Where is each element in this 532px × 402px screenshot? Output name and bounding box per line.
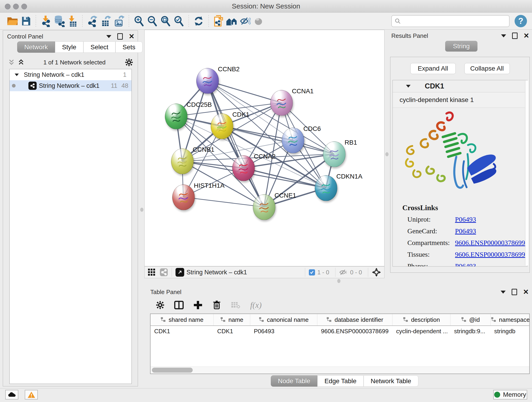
crosslink-link[interactable]: P06493 <box>455 227 476 235</box>
cell-canonical-name[interactable]: P06493 <box>250 328 317 335</box>
close-panel-icon[interactable]: ✕ <box>129 33 134 40</box>
import-network-from-database-button[interactable] <box>52 14 66 28</box>
show-all-networks-button[interactable] <box>225 14 239 28</box>
tab-select[interactable]: Select <box>83 41 115 53</box>
node-CDK1[interactable] <box>211 114 233 139</box>
search-input[interactable] <box>401 17 498 25</box>
float-panel-icon[interactable] <box>117 33 123 40</box>
cell--id[interactable]: stringdb:9... <box>450 328 491 335</box>
add-column-icon[interactable] <box>193 300 203 310</box>
column-header-shared-name[interactable]: shared name <box>151 314 214 325</box>
open-session-button[interactable] <box>6 14 19 28</box>
gear-icon[interactable] <box>125 58 133 66</box>
search-field[interactable] <box>391 15 510 27</box>
node-CCNE1[interactable] <box>253 194 275 220</box>
collapse-all-button[interactable]: Collapse All <box>464 63 510 74</box>
delete-column-trash-icon[interactable] <box>212 300 221 310</box>
panel-menu-icon[interactable] <box>500 291 506 294</box>
export-table-button[interactable] <box>99 14 112 28</box>
cell-shared-name[interactable]: CDK1 <box>151 328 214 335</box>
node-CCNB1[interactable] <box>171 148 194 174</box>
cloud-status-button[interactable] <box>5 390 18 400</box>
zoom-in-button[interactable] <box>132 14 146 28</box>
refresh-view-button[interactable] <box>192 14 205 28</box>
column-header-namespace[interactable]: namespace <box>491 314 530 325</box>
edge-CCNE1-HIST1H1A[interactable] <box>183 197 264 207</box>
column-header-name[interactable]: name <box>214 314 250 325</box>
expand-up-icon[interactable] <box>18 59 24 66</box>
results-scrollbar[interactable] <box>525 80 528 266</box>
crosslink-link[interactable]: 9606.ENSP00000378699 <box>455 250 525 258</box>
fit-content-button[interactable] <box>159 14 172 28</box>
column-header-description[interactable]: description <box>393 314 450 325</box>
network-canvas[interactable]: CCNB2CCNA1CDC25BCDK1CDC6RB1CCNB1CCNA2CDK… <box>144 30 385 266</box>
panel-menu-icon[interactable] <box>106 35 111 38</box>
collapse-all-icon[interactable] <box>8 59 14 66</box>
node-CCNA1[interactable] <box>270 90 293 116</box>
import-table-button[interactable] <box>66 14 79 28</box>
node-CDC6[interactable] <box>282 128 304 153</box>
horizontal-splitter-handle[interactable] <box>337 279 341 283</box>
entry-expander-icon[interactable] <box>406 85 411 88</box>
zoom-out-button[interactable] <box>146 14 159 28</box>
export-network-button[interactable] <box>86 14 99 28</box>
tab-network-table[interactable]: Network Table <box>364 375 418 387</box>
show-hidden-button[interactable] <box>252 14 265 28</box>
tab-sets[interactable]: Sets <box>115 41 143 53</box>
edge-CCNA2-CDKN1A[interactable] <box>243 168 326 188</box>
export-image-button[interactable] <box>112 14 126 28</box>
column-header--id[interactable]: @id <box>450 314 491 325</box>
right-splitter-handle[interactable] <box>385 152 389 156</box>
table-row[interactable]: CDK1CDK1P064939606.ENSP00000378699cyclin… <box>151 326 529 337</box>
tab-string[interactable]: String <box>445 41 477 51</box>
cell-name[interactable]: CDK1 <box>214 328 250 335</box>
node-CDC25B[interactable] <box>165 104 187 129</box>
crosslink-link[interactable]: P06493 <box>455 262 476 267</box>
crosslink-link[interactable]: P06493 <box>455 216 476 223</box>
scrollbar-thumb[interactable] <box>152 368 193 373</box>
left-splitter-handle[interactable] <box>140 208 143 212</box>
node-table[interactable]: shared namenamecanonical namedatabase id… <box>150 313 530 374</box>
cell-namespace[interactable]: stringdb <box>491 328 530 335</box>
tab-network[interactable]: Network <box>17 41 55 53</box>
float-panel-icon[interactable] <box>512 32 518 39</box>
tab-node-table[interactable]: Node Table <box>271 375 317 387</box>
network-edges[interactable] <box>145 30 384 266</box>
selected-items-checkbox[interactable] <box>309 269 315 275</box>
hide-selected-button[interactable] <box>239 14 252 28</box>
birdseye-toggle-icon[interactable] <box>372 268 381 277</box>
fit-selected-button[interactable] <box>172 14 185 28</box>
network-collection-row[interactable]: String Network – cdk1 1 <box>10 69 132 80</box>
panel-menu-icon[interactable] <box>501 34 506 37</box>
node-HIST1H1A[interactable] <box>172 185 195 210</box>
tab-style[interactable]: Style <box>55 41 83 53</box>
node-CCNB2[interactable] <box>196 68 219 94</box>
show-columns-icon[interactable] <box>174 300 184 310</box>
float-panel-icon[interactable] <box>512 289 517 295</box>
expand-all-button[interactable]: Expand All <box>410 63 456 74</box>
column-header-canonical-name[interactable]: canonical name <box>250 314 317 325</box>
cell-description[interactable]: cyclin-dependent ... <box>393 328 450 335</box>
grid-view-icon[interactable] <box>148 268 156 276</box>
memory-button[interactable]: Memory <box>493 390 527 400</box>
node-RB1[interactable] <box>323 141 346 167</box>
warnings-button[interactable] <box>25 390 38 400</box>
help-button[interactable]: ? <box>515 15 527 27</box>
save-session-button[interactable] <box>19 14 32 28</box>
collection-expander-icon[interactable] <box>15 74 19 76</box>
cell-database-identifier[interactable]: 9606.ENSP00000378699 <box>317 328 393 335</box>
node-CDKN1A[interactable] <box>315 175 337 201</box>
import-network-button[interactable] <box>39 14 52 28</box>
column-header-database-identifier[interactable]: database identifier <box>317 314 393 325</box>
tab-edge-table[interactable]: Edge Table <box>317 375 364 387</box>
crosslink-link[interactable]: 9606.ENSP00000378699 <box>455 239 525 247</box>
clone-network-button[interactable] <box>212 14 225 28</box>
detach-view-button[interactable] <box>176 268 184 277</box>
table-settings-gear-icon[interactable] <box>156 301 165 309</box>
table-horizontal-scrollbar[interactable] <box>151 366 529 374</box>
entry-header[interactable]: CDK1 <box>393 80 527 92</box>
network-row-selected[interactable]: String Network – cdk1 11 48 <box>10 80 132 91</box>
network-view-icon[interactable] <box>160 268 168 276</box>
node-CCNA2[interactable] <box>232 155 255 181</box>
close-panel-icon[interactable]: ✕ <box>523 288 529 295</box>
